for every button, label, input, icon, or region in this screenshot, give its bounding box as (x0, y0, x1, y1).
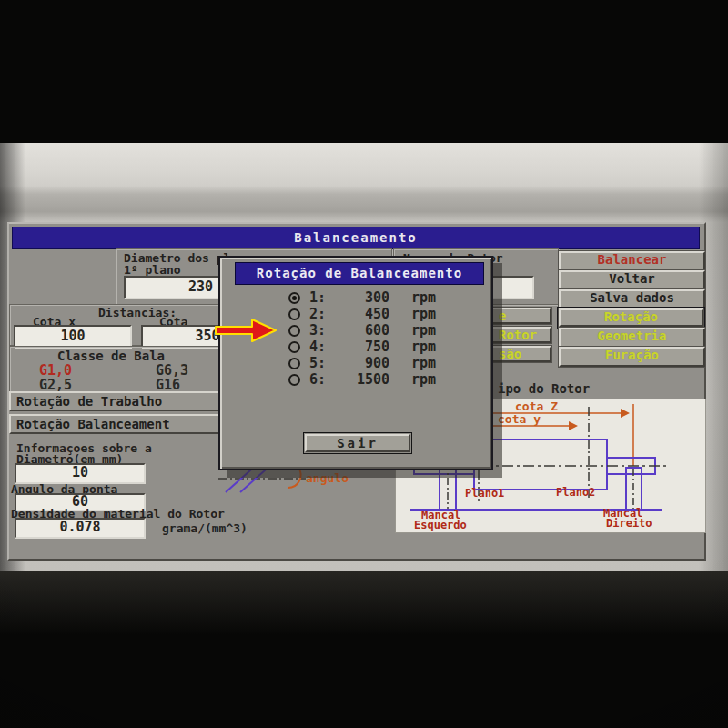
rpm-option-1[interactable]: 1: 300 rpm (220, 289, 491, 306)
option-value: 600 (335, 322, 389, 339)
option-value: 300 (335, 289, 389, 306)
sair-button-frame: Sair (303, 432, 412, 454)
option-unit: rpm (411, 371, 436, 388)
mancal-esquerdo-label-2: Esquerdo (414, 519, 467, 531)
mancal-direito-label-2: Direito (606, 517, 652, 530)
option-number: 4: (309, 339, 328, 355)
sair-button[interactable]: Sair (305, 434, 410, 452)
radio-icon[interactable] (288, 341, 300, 353)
cota-z-label: cota Z (515, 399, 558, 413)
classe-heading: Classe de Bala (57, 349, 165, 363)
dialog-titlebar[interactable]: Rotação de Balanceamento (235, 262, 484, 285)
option-unit: rpm (411, 355, 436, 371)
voltar-button[interactable]: Voltar (559, 270, 705, 290)
rotor-body (474, 440, 607, 490)
option-unit: rpm (411, 289, 436, 306)
angulo-label: angulo (306, 471, 349, 485)
option-value: 900 (335, 355, 389, 371)
rotacao-button[interactable]: Rotação (559, 308, 703, 327)
window-titlebar[interactable]: Balanceamento (12, 227, 700, 249)
option-value: 450 (335, 306, 389, 322)
diametro-ponta-input[interactable]: 10 (15, 463, 146, 484)
furacao-button[interactable]: Furação (559, 347, 705, 367)
rotacao-balanceamento-dialog: Rotação de Balanceamento 1: 300 rpm 2: 4… (218, 256, 493, 470)
option-unit: rpm (411, 322, 436, 339)
screen-photo: BALANCEAMENTO DINAMICO Balanceamento Dia… (0, 0, 728, 728)
angulo-arc-arrow (288, 468, 301, 488)
densidade-input[interactable]: 0.078 (15, 518, 146, 539)
densidade-unit: grama/(mm^3) (162, 521, 248, 535)
option-number: 1: (309, 289, 328, 306)
screen-bottom-glow (0, 571, 728, 635)
radio-icon[interactable] (288, 292, 300, 304)
plano1-label: Plano1 (465, 487, 504, 500)
option-number: 6: (309, 371, 328, 388)
radio-icon[interactable] (288, 358, 300, 369)
cursor-arrow-icon (215, 318, 278, 347)
radio-icon[interactable] (288, 325, 300, 337)
balancear-button[interactable]: Balancear (559, 251, 705, 271)
radio-icon[interactable] (288, 374, 300, 386)
radio-icon[interactable] (288, 308, 300, 320)
tipo-rotor-heading-fragment: ipo do Rotor (498, 381, 590, 396)
rotacao-button-selected-frame: Rotação (557, 307, 705, 329)
option-number: 5: (309, 355, 328, 371)
plano1-label: 1º plano (124, 263, 181, 277)
option-number: 2: (309, 306, 328, 322)
option-unit: rpm (411, 306, 436, 322)
plano2-label: Plano2 (556, 486, 595, 499)
cota-y-arrowhead (569, 421, 578, 430)
geometria-button[interactable]: Geometria (559, 328, 705, 348)
option-unit: rpm (411, 339, 436, 355)
rpm-option-6[interactable]: 6: 1500 rpm (220, 371, 491, 388)
option-value: 1500 (335, 371, 389, 388)
rpm-option-5[interactable]: 5: 900 rpm (220, 355, 491, 371)
cota-z-arrowhead (621, 409, 630, 418)
option-number: 3: (309, 322, 328, 339)
cota-y-diagram-label: cota y (498, 412, 541, 426)
option-value: 750 (335, 339, 389, 355)
